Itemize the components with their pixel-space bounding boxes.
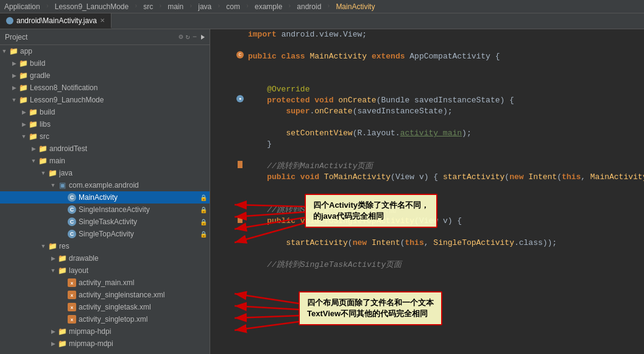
code-line [210, 117, 644, 128]
sidebar-collapse-icon[interactable]: − [193, 33, 197, 41]
code-line: } [210, 139, 644, 150]
expand-arrow: ▼ [39, 243, 48, 249]
tree-item-singleinstance[interactable]: ▶ C SingleInstanceActivity 🔒 [0, 204, 210, 216]
tree-item-activity-singleinstance[interactable]: ▶ x activity_singleinstance.xml [0, 289, 210, 301]
tree-label: gradle [30, 71, 207, 80]
code-line: //跳转到MainActivity页面 [210, 161, 644, 172]
tree-item-activity-main[interactable]: ▶ x activity_main.xml [0, 277, 210, 289]
xml-icon: x [67, 278, 77, 288]
tree-item-androidtest[interactable]: ▶ 📁 androidTest [0, 143, 210, 155]
tree-item-activity-singletop[interactable]: ▶ x activity_singletop.xml [0, 313, 210, 325]
expand-arrow: ▼ [49, 267, 57, 274]
tree-label: activity_singletask.xml [79, 303, 207, 311]
code-line: ● protected void onCreate(Bundle savedIn… [210, 95, 644, 106]
expand-arrow: ▶ [19, 109, 28, 115]
xml-icon: x [67, 290, 77, 300]
tree-item-singletop[interactable]: ▶ C SingleTopActivity 🔒 [0, 228, 210, 240]
folder-icon: 📁 [38, 156, 48, 166]
sidebar-header: Project ⚙ ↻ − [0, 29, 210, 45]
expand-arrow: ▼ [29, 158, 38, 164]
tree-label: main [49, 157, 207, 165]
tree-item-gradle[interactable]: ▶ 📁 gradle [0, 69, 210, 82]
bookmark-icon [238, 161, 242, 168]
tree-item-activity-singletask[interactable]: ▶ x activity_singletask.xml [0, 301, 210, 313]
tree-label: androidTest [49, 144, 207, 153]
tree-item-res[interactable]: ▼ 📁 res [0, 240, 210, 252]
tree-label: mipmap-hdpi [69, 327, 207, 336]
expand-arrow: ▼ [10, 97, 18, 103]
expand-arrow: ▶ [10, 60, 18, 66]
package-icon: ▣ [57, 180, 67, 190]
code-line: //跳转到SingleTopActivity页面 [210, 205, 644, 216]
tree-label: app [20, 47, 207, 55]
tree-label: Lesson9_LanuchMode [30, 96, 207, 104]
file-tabs: android\MainActivity.java ✕ [0, 13, 644, 29]
folder-icon: 📁 [28, 119, 38, 129]
tree-item-lesson9[interactable]: ▼ 📁 Lesson9_LanuchMode [0, 94, 210, 106]
tree-item-libs[interactable]: ▶ 📁 libs [0, 118, 210, 130]
folder-icon: 📁 [9, 46, 18, 56]
tree-item-mipmap-mdpi[interactable]: ▶ 📁 mipmap-mdpi [0, 338, 210, 350]
breadcrumb-java[interactable]: java [196, 2, 213, 11]
code-line: import android.view.View; [210, 29, 644, 40]
tab-close-button[interactable]: ✕ [100, 17, 105, 24]
tree-item-build[interactable]: ▶ 📁 build [0, 57, 210, 69]
tree-item-main[interactable]: ▼ 📁 main [0, 155, 210, 167]
tree-item-java[interactable]: ▼ 📁 java [0, 167, 210, 179]
lock-icon: 🔒 [200, 207, 207, 213]
breadcrumb-class[interactable]: MainActivity [334, 2, 377, 11]
folder-icon: 📁 [18, 95, 28, 105]
expand-arrow: ▼ [39, 170, 48, 176]
expand-arrow: ▶ [10, 73, 18, 79]
expand-arrow: ▶ [49, 255, 57, 261]
tree-item-src[interactable]: ▼ 📁 src [0, 130, 210, 143]
code-line [210, 40, 644, 51]
tab-label: android\MainActivity.java [16, 16, 97, 25]
tree-item-lesson8[interactable]: ▶ 📁 Lesson8_Notification [0, 82, 210, 94]
code-editor[interactable]: import android.view.View; C public class… [210, 29, 644, 354]
java-class-icon: C [67, 229, 77, 239]
tree-item-package[interactable]: ▼ ▣ com.example.android [0, 179, 210, 191]
breadcrumb-module[interactable]: Lesson9_LanuchMode [53, 2, 130, 11]
tree-label: res [59, 242, 207, 250]
code-lines: import android.view.View; C public class… [210, 29, 644, 271]
folder-icon: 📁 [38, 144, 48, 154]
tree-label: MainActivity [79, 193, 197, 202]
sidebar-dropdown-icon[interactable] [201, 35, 205, 40]
breadcrumb-main[interactable]: main [166, 2, 185, 11]
folder-icon: 📁 [57, 266, 67, 275]
breadcrumb-android[interactable]: android [295, 2, 323, 11]
sidebar-settings-icon[interactable]: ⚙ [179, 32, 183, 41]
folder-icon: 📁 [18, 83, 28, 93]
code-line: super.onCreate(savedInstanceState); [210, 106, 644, 117]
project-sidebar: Project ⚙ ↻ − ▼ 📁 app ▶ 📁 build [0, 29, 210, 354]
expand-arrow: ▶ [49, 341, 57, 347]
tree-item-mainactivity[interactable]: ▶ C MainActivity 🔒 [0, 191, 210, 204]
tree-label: SingleTaskActivity [79, 218, 197, 226]
sidebar-sync-icon[interactable]: ↻ [186, 32, 190, 41]
code-line: @Override [210, 84, 644, 95]
code-line [210, 227, 644, 238]
tree-label: SingleTopActivity [79, 230, 197, 238]
breadcrumb-app[interactable]: Application [2, 2, 42, 11]
breadcrumb-com[interactable]: com [224, 2, 242, 11]
tree-item-singletask[interactable]: ▶ C SingleTaskActivity 🔒 [0, 216, 210, 228]
breadcrumb-src[interactable]: src [141, 2, 155, 11]
xml-icon: x [67, 302, 77, 312]
tree-label: build [30, 59, 207, 68]
code-line: public void ToSingleTopActivity(View v) … [210, 216, 644, 227]
tree-item-mipmap-hdpi[interactable]: ▶ 📁 mipmap-hdpi [0, 325, 210, 338]
tree-item-drawable[interactable]: ▶ 📁 drawable [0, 252, 210, 264]
code-line: setContentView(R.layout.activity_main); [210, 128, 644, 139]
code-line [210, 194, 644, 205]
java-file-icon [6, 17, 13, 24]
expand-arrow: ▼ [0, 48, 9, 54]
expand-arrow: ▶ [10, 85, 18, 91]
expand-arrow: ▼ [49, 182, 57, 188]
breadcrumb-example[interactable]: example [253, 2, 284, 11]
tree-item-build2[interactable]: ▶ 📁 build [0, 106, 210, 118]
sidebar-title: Project [5, 33, 27, 41]
tab-main-activity[interactable]: android\MainActivity.java ✕ [0, 13, 111, 29]
tree-item-app[interactable]: ▼ 📁 app [0, 45, 210, 57]
tree-item-layout[interactable]: ▼ 📁 layout [0, 264, 210, 277]
